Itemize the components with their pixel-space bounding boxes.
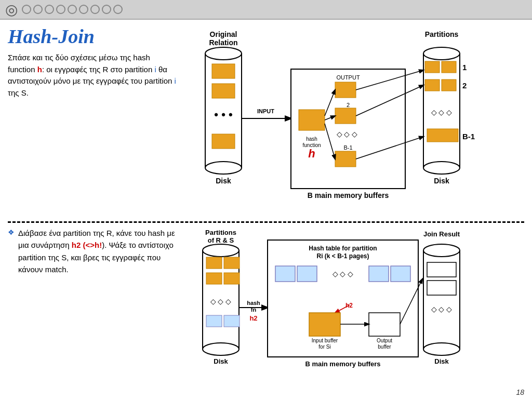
svg-text:Ri (k < B-1 pages): Ri (k < B-1 pages) bbox=[316, 252, 369, 260]
wave-dot bbox=[56, 5, 65, 14]
highlight-h2-1: h2 (<> bbox=[72, 241, 95, 249]
svg-rect-50 bbox=[224, 257, 240, 269]
svg-text:Input buffer: Input buffer bbox=[312, 338, 338, 343]
bottom-section: Διάβασε ένα partition της R, κάνε του ha… bbox=[8, 227, 524, 394]
subtitle-text: Σπάσε και τις δύο σχέσεις μέσω της hash … bbox=[8, 52, 179, 99]
svg-rect-71 bbox=[309, 313, 340, 336]
svg-text:Output: Output bbox=[377, 338, 392, 343]
svg-point-30 bbox=[423, 162, 460, 174]
svg-rect-51 bbox=[206, 273, 222, 284]
svg-text:for Si: for Si bbox=[318, 344, 330, 350]
svg-point-2 bbox=[205, 162, 242, 174]
highlight-h1: h bbox=[37, 65, 42, 74]
svg-rect-6 bbox=[212, 134, 235, 149]
svg-rect-65 bbox=[297, 266, 317, 282]
svg-rect-68 bbox=[391, 266, 410, 282]
svg-text:buffer: buffer bbox=[378, 344, 391, 350]
svg-text:of R & S: of R & S bbox=[208, 236, 234, 244]
svg-rect-84 bbox=[427, 281, 456, 295]
svg-text:h: h bbox=[308, 147, 315, 160]
svg-rect-83 bbox=[427, 262, 456, 277]
wave-dot bbox=[22, 5, 31, 14]
svg-text:INPUT: INPUT bbox=[257, 108, 274, 114]
svg-text:B-1: B-1 bbox=[343, 144, 352, 151]
svg-rect-18 bbox=[335, 151, 356, 167]
svg-point-48 bbox=[203, 343, 239, 355]
svg-point-29 bbox=[423, 47, 460, 60]
wave-dots bbox=[22, 5, 123, 14]
page-number: 18 bbox=[516, 388, 524, 396]
svg-text:1: 1 bbox=[462, 63, 467, 72]
svg-rect-38 bbox=[427, 129, 458, 142]
svg-text:B-1: B-1 bbox=[462, 132, 475, 141]
svg-text:Disk: Disk bbox=[434, 357, 449, 365]
svg-text:Partitions: Partitions bbox=[205, 229, 236, 236]
wave-dot bbox=[113, 5, 123, 14]
svg-rect-4 bbox=[212, 84, 235, 98]
svg-text:Disk: Disk bbox=[214, 357, 228, 365]
svg-rect-34 bbox=[425, 79, 440, 91]
svg-point-47 bbox=[203, 244, 239, 257]
svg-rect-49 bbox=[206, 257, 222, 269]
top-diagram-container: Original Relation • • • Disk I bbox=[184, 25, 524, 217]
svg-text:Partitions: Partitions bbox=[425, 30, 459, 38]
wave-dot bbox=[33, 5, 43, 14]
left-panel: Hash-Join Σπάσε και τις δύο σχέσεις μέσω… bbox=[8, 25, 179, 217]
svg-point-81 bbox=[423, 244, 460, 257]
svg-text:◇ ◇ ◇: ◇ ◇ ◇ bbox=[332, 270, 354, 278]
original-relation-label: Original bbox=[210, 30, 237, 38]
svg-text:Disk: Disk bbox=[434, 177, 449, 185]
wave-dot bbox=[45, 5, 54, 14]
svg-rect-35 bbox=[442, 79, 456, 91]
svg-text:hash: hash bbox=[247, 300, 260, 306]
wave-dot bbox=[90, 5, 100, 14]
svg-text:Hash table for partition: Hash table for partition bbox=[309, 245, 377, 252]
svg-rect-55 bbox=[224, 315, 240, 327]
dashed-divider bbox=[8, 221, 524, 223]
page-title: Hash-Join bbox=[8, 25, 179, 48]
svg-rect-64 bbox=[275, 266, 295, 282]
svg-text:OUTPUT: OUTPUT bbox=[336, 74, 360, 81]
svg-text:B main memory buffers: B main memory buffers bbox=[305, 360, 380, 368]
svg-rect-54 bbox=[206, 315, 222, 327]
main-content: Hash-Join Σπάσε και τις δύο σχέσεις μέσω… bbox=[0, 20, 532, 399]
subtitle-part2: : οι εγγραφές της R στο partition bbox=[42, 65, 155, 74]
subtitle-part4: της S. bbox=[8, 88, 29, 97]
svg-rect-13 bbox=[335, 82, 356, 98]
svg-point-82 bbox=[423, 343, 460, 355]
svg-text:2: 2 bbox=[347, 102, 350, 108]
svg-point-1 bbox=[205, 47, 242, 60]
highlight-h2-2: h! bbox=[95, 241, 102, 249]
svg-text:◇ ◇ ◇: ◇ ◇ ◇ bbox=[431, 305, 453, 313]
top-diagram-svg: Original Relation • • • Disk I bbox=[187, 28, 483, 212]
top-section: Hash-Join Σπάσε και τις δύο σχέσεις μέσω… bbox=[8, 25, 524, 217]
svg-text:Disk: Disk bbox=[216, 177, 231, 185]
svg-text:◇ ◇ ◇: ◇ ◇ ◇ bbox=[431, 108, 453, 116]
svg-text:◇ ◇ ◇: ◇ ◇ ◇ bbox=[210, 297, 232, 305]
svg-rect-15 bbox=[335, 108, 356, 124]
svg-rect-19 bbox=[299, 110, 325, 130]
svg-text:• • •: • • • bbox=[214, 108, 232, 121]
bottom-left-panel: Διάβασε ένα partition της R, κάνε του ha… bbox=[8, 227, 179, 394]
bottom-diagram-container: Partitions of R & S ◇ ◇ ◇ Disk hash bbox=[184, 227, 524, 394]
svg-rect-52 bbox=[224, 273, 240, 284]
wave-dot bbox=[102, 5, 111, 14]
svg-text:2: 2 bbox=[462, 81, 467, 90]
svg-rect-3 bbox=[212, 64, 235, 78]
svg-rect-31 bbox=[425, 61, 440, 73]
svg-rect-67 bbox=[369, 266, 389, 282]
bottom-bullet-text: Διάβασε ένα partition της R, κάνε του ha… bbox=[8, 227, 179, 275]
svg-text:h2: h2 bbox=[249, 314, 257, 322]
svg-rect-32 bbox=[442, 61, 456, 73]
highlight-i2: i bbox=[175, 76, 176, 85]
top-bar: ◎ bbox=[0, 0, 532, 20]
svg-text:hash: hash bbox=[306, 136, 317, 142]
svg-text:Join Result: Join Result bbox=[423, 230, 460, 238]
wave-dot bbox=[68, 5, 77, 14]
svg-text:◇ ◇ ◇: ◇ ◇ ◇ bbox=[337, 130, 358, 138]
svg-rect-74 bbox=[369, 313, 400, 336]
svg-text:B main memory buffers: B main memory buffers bbox=[308, 191, 389, 200]
original-relation-label2: Relation bbox=[209, 38, 237, 47]
wave-dot bbox=[79, 5, 88, 14]
spiral-icon: ◎ bbox=[5, 1, 18, 18]
